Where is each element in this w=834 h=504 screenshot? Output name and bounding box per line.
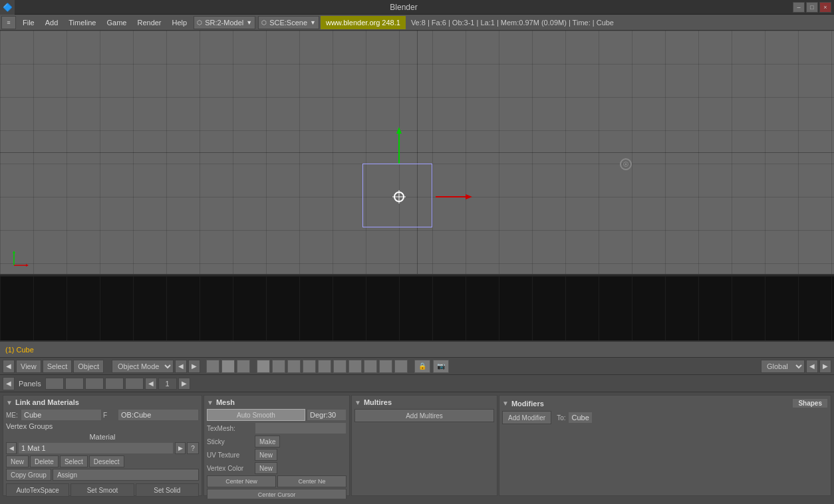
sce-value: SCE:Scene bbox=[269, 19, 307, 27]
menu-render[interactable]: Render bbox=[132, 17, 166, 28]
add-multires-button[interactable]: Add Multires bbox=[354, 409, 494, 422]
minimize-button[interactable]: – bbox=[793, 2, 805, 13]
mode-prev-button[interactable]: ◀ bbox=[175, 360, 187, 373]
menubar: ≡ File Add Timeline Game Render Help ⬡ S… bbox=[0, 15, 834, 31]
mode-selector[interactable]: Object Mode Edit Mode Sculpt Mode bbox=[112, 360, 174, 373]
center-cursor-button[interactable]: Center Cursor bbox=[207, 489, 347, 499]
layer-9-button[interactable] bbox=[379, 360, 392, 373]
panel-tab-4[interactable] bbox=[105, 378, 124, 390]
set-solid-button[interactable]: Set Solid bbox=[136, 483, 199, 497]
ob-value-field[interactable]: OB:Cube bbox=[118, 409, 199, 421]
modifier-to-value[interactable]: Cube bbox=[568, 412, 592, 424]
layer-3-button[interactable] bbox=[287, 360, 301, 373]
autotexspace-button[interactable]: AutoTexSpace bbox=[6, 483, 69, 497]
menu-help[interactable]: Help bbox=[167, 17, 193, 28]
layer-7-button[interactable] bbox=[348, 360, 362, 373]
layer-2-button[interactable] bbox=[272, 360, 285, 373]
view-wireframe-button[interactable] bbox=[221, 360, 235, 373]
add-modifier-row: Add Modifier To: Cube bbox=[502, 411, 828, 424]
viewport-area[interactable] bbox=[0, 31, 834, 275]
center-new-button[interactable]: Center New bbox=[207, 475, 276, 487]
toolbar-expand-button[interactable]: ◀ bbox=[3, 360, 15, 373]
sr-selector[interactable]: ⬡ SR:2-Model ▼ bbox=[194, 16, 255, 29]
add-modifier-button[interactable]: Add Modifier bbox=[502, 411, 551, 424]
center-ne-button[interactable]: Center Ne bbox=[277, 475, 347, 487]
me-value-field[interactable]: Cube bbox=[21, 409, 102, 421]
modifiers-title: Modifiers bbox=[511, 400, 544, 408]
layer-1-button[interactable] bbox=[257, 360, 270, 373]
layer-10-button[interactable] bbox=[394, 360, 408, 373]
sticky-row: Sticky Make bbox=[207, 436, 347, 447]
object-menu-button[interactable]: Object bbox=[73, 360, 104, 373]
maximize-button[interactable]: □ bbox=[806, 2, 818, 13]
panels-bar: ◀ Panels ◀ 1 ▶ bbox=[0, 375, 834, 392]
uv-new-button[interactable]: New bbox=[255, 449, 277, 461]
material-delete-button[interactable]: Delete bbox=[30, 455, 59, 467]
panels-expand-button[interactable]: ◀ bbox=[3, 377, 15, 390]
lock-button[interactable]: 🔒 bbox=[414, 360, 430, 373]
global-prev-button[interactable]: ◀ bbox=[806, 360, 818, 373]
modifiers-header: ▼ Modifiers Shapes bbox=[502, 398, 828, 408]
layer-8-button[interactable] bbox=[364, 360, 377, 373]
sce-selector[interactable]: ⬡ SCE:Scene ▼ bbox=[258, 16, 319, 29]
select-menu-button[interactable]: Select bbox=[43, 360, 72, 373]
material-name-field[interactable]: 1 Mat 1 bbox=[18, 442, 174, 454]
panels-prev-button[interactable]: ◀ bbox=[145, 378, 157, 390]
me-field-row: ME: Cube F OB:Cube bbox=[6, 409, 199, 421]
auto-smooth-button[interactable]: Auto Smooth bbox=[207, 409, 305, 421]
timeline-area[interactable] bbox=[0, 275, 834, 342]
panel-tab-5[interactable] bbox=[125, 378, 144, 390]
global-next-button[interactable]: ▶ bbox=[819, 360, 831, 373]
cube-object[interactable] bbox=[362, 164, 436, 230]
link-materials-header: ▼ Link and Materials bbox=[6, 398, 199, 406]
close-button[interactable]: × bbox=[819, 2, 831, 13]
menu-game[interactable]: Game bbox=[101, 17, 132, 28]
assign-button[interactable]: Assign bbox=[53, 469, 199, 481]
material-new-button[interactable]: New bbox=[6, 455, 29, 467]
panel-tab-1[interactable] bbox=[45, 378, 64, 390]
render-layer-buttons bbox=[256, 360, 408, 373]
vertex-new-button[interactable]: New bbox=[255, 462, 277, 474]
mesh-title: Mesh bbox=[216, 398, 235, 406]
menubar-expand-button[interactable]: ≡ bbox=[1, 16, 16, 29]
modifiers-panel-arrow-icon: ▼ bbox=[502, 400, 509, 407]
global-selector[interactable]: Global Local Normal bbox=[761, 360, 805, 373]
layer-5-button[interactable] bbox=[318, 360, 331, 373]
panel-tab-2[interactable] bbox=[65, 378, 84, 390]
tex-mesh-row: TexMesh: bbox=[207, 422, 347, 434]
corner-xy-indicator bbox=[11, 249, 31, 269]
view-solid-button[interactable] bbox=[206, 360, 219, 373]
selected-object-info: (1) Cube bbox=[5, 346, 34, 354]
mat-next-button[interactable]: ▶ bbox=[175, 442, 186, 454]
center-cursor-row: Center Cursor bbox=[207, 489, 347, 499]
material-help-button[interactable]: ? bbox=[187, 442, 199, 454]
link-materials-title: Link and Materials bbox=[15, 398, 79, 406]
mesh-panel-arrow-icon: ▼ bbox=[207, 399, 213, 406]
layer-6-button[interactable] bbox=[333, 360, 347, 373]
panels-next-button[interactable]: ▶ bbox=[178, 378, 190, 390]
menu-add[interactable]: Add bbox=[40, 17, 64, 28]
3d-viewport[interactable] bbox=[0, 31, 834, 274]
view-textured-button[interactable] bbox=[237, 360, 250, 373]
tex-mesh-value[interactable] bbox=[255, 422, 347, 434]
timeline-grid bbox=[0, 277, 834, 340]
camera-view-button[interactable]: 📷 bbox=[433, 360, 449, 373]
material-section-label: Material bbox=[6, 433, 199, 441]
material-deselect-button[interactable]: Deselect bbox=[89, 455, 124, 467]
svg-marker-3 bbox=[26, 264, 29, 267]
set-smoot-button[interactable]: Set Smoot bbox=[70, 483, 134, 497]
sticky-make-button[interactable]: Make bbox=[255, 436, 280, 447]
sticky-label: Sticky bbox=[207, 438, 253, 445]
panel-tab-3[interactable] bbox=[85, 378, 104, 390]
layer-4-button[interactable] bbox=[303, 360, 316, 373]
menu-timeline[interactable]: Timeline bbox=[63, 17, 101, 28]
material-select-button[interactable]: Select bbox=[60, 455, 88, 467]
x-axis-arrow bbox=[436, 196, 466, 197]
window-controls: – □ × bbox=[793, 2, 834, 13]
menu-file[interactable]: File bbox=[17, 17, 40, 28]
view-menu-button[interactable]: View bbox=[16, 360, 41, 373]
degr-label: Degr: 30 bbox=[307, 409, 347, 421]
mat-prev-button[interactable]: ◀ bbox=[6, 442, 17, 454]
copy-group-button[interactable]: Copy Group bbox=[6, 469, 51, 481]
mode-next-button[interactable]: ▶ bbox=[188, 360, 200, 373]
